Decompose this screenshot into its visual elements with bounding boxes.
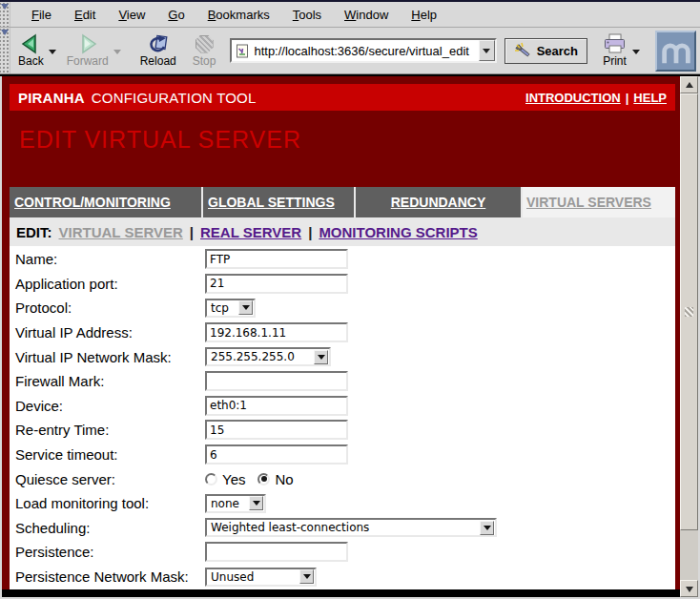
piranha-page: PIRANHA CONFIGURATION TOOL INTRODUCTION … <box>2 76 680 597</box>
form-row-virtual-ip-address: Virtual IP Address: <box>10 320 675 345</box>
menu-tools[interactable]: Tools <box>281 8 333 22</box>
menu-go[interactable]: Go <box>156 8 196 22</box>
select-value: Unused <box>207 570 299 584</box>
mozilla-logo[interactable] <box>655 31 696 72</box>
subnav-link-virtual-server: VIRTUAL SERVER <box>59 224 183 240</box>
field-label-virtual-ip-network-mask: Virtual IP Network Mask: <box>15 349 205 365</box>
name-input[interactable] <box>205 249 348 269</box>
search-button[interactable]: Search <box>504 38 587 64</box>
virtual-ip-network-mask-select[interactable]: 255.255.255.0 <box>205 347 331 366</box>
stop-button-label: Stop <box>193 54 216 68</box>
select-dropdown-arrow-icon[interactable] <box>249 496 263 510</box>
persistence-input[interactable] <box>205 542 348 562</box>
field-label-firewall-mark: Firewall Mark: <box>15 373 205 389</box>
menu-window[interactable]: Window <box>333 8 400 22</box>
form-row-virtual-ip-network-mask: Virtual IP Network Mask:255.255.255.0 <box>10 344 675 369</box>
load-monitoring-tool-select[interactable]: none <box>205 494 266 513</box>
tab-global-settings[interactable]: GLOBAL SETTINGS <box>201 187 354 217</box>
menu-help[interactable]: Help <box>400 8 448 22</box>
back-button-label: Back <box>18 54 44 68</box>
subnav-link-real-server[interactable]: REAL SERVER <box>200 224 301 240</box>
banner-link-separator: | <box>626 91 629 105</box>
tab-bar: CONTROL/MONITORINGGLOBAL SETTINGSREDUNDA… <box>10 187 675 217</box>
select-value: tcp <box>207 301 238 315</box>
toolbar-grippy-handle[interactable] <box>0 28 10 73</box>
field-label-scheduling: Scheduling: <box>15 520 205 536</box>
subnav-prefix: EDIT: <box>16 224 52 240</box>
forward-button[interactable]: Forward <box>62 30 113 72</box>
select-value: none <box>207 497 249 510</box>
menu-bar: FileEditViewGoBookmarksToolsWindowHelp <box>0 0 700 28</box>
stop-button[interactable]: Stop <box>188 30 221 72</box>
select-dropdown-arrow-icon[interactable] <box>238 300 253 315</box>
re-entry-time-input[interactable] <box>205 420 348 440</box>
subnav-bar: EDIT: VIRTUAL SERVER|REAL SERVER|MONITOR… <box>10 217 675 246</box>
tab-virtual-servers[interactable]: VIRTUAL SERVERS <box>521 187 675 217</box>
tab-control-monitoring[interactable]: CONTROL/MONITORING <box>10 187 201 217</box>
reload-button[interactable]: Reload <box>135 30 181 72</box>
tab-redundancy[interactable]: REDUNDANCY <box>354 187 521 217</box>
radio-label-yes: Yes <box>222 471 245 487</box>
search-button-label: Search <box>537 44 578 58</box>
scheduling-select[interactable]: Weighted least-connections <box>205 518 497 537</box>
url-page-icon <box>236 44 249 58</box>
menu-file[interactable]: File <box>20 8 63 22</box>
piranha-header-banner: PIRANHA CONFIGURATION TOOL INTRODUCTION … <box>10 84 675 111</box>
scroll-down-icon[interactable] <box>680 580 698 597</box>
field-label-load-monitoring-tool: Load monitoring tool: <box>15 495 205 511</box>
url-history-dropdown-icon[interactable] <box>479 40 495 61</box>
brand-title-rest: CONFIGURATION TOOL <box>92 90 257 106</box>
field-label-name: Name: <box>15 251 205 267</box>
bottom-divider-bar <box>2 589 680 597</box>
url-bar[interactable]: http://localhost:3636/secure/virtual_edi… <box>230 38 496 63</box>
menu-edit[interactable]: Edit <box>63 8 107 22</box>
scroll-up-icon[interactable] <box>680 76 698 93</box>
banner-links: INTRODUCTION | HELP <box>525 91 667 105</box>
menu-view[interactable]: View <box>107 8 156 22</box>
forward-button-label: Forward <box>67 54 109 68</box>
print-button[interactable]: Print <box>597 30 632 72</box>
persistence-network-mask-select[interactable]: Unused <box>205 568 317 587</box>
field-label-quiesce-server: Quiesce server: <box>15 471 205 487</box>
forward-arrow-icon <box>76 33 99 54</box>
protocol-select[interactable]: tcp <box>205 299 256 318</box>
menu-items: FileEditViewGoBookmarksToolsWindowHelp <box>10 8 448 22</box>
form-row-load-monitoring-tool: Load monitoring tool:none <box>10 491 675 516</box>
form-row-persistence-network-mask: Persistence Network Mask:Unused <box>10 565 675 589</box>
print-dropdown-arrow-icon[interactable] <box>632 50 640 54</box>
select-dropdown-arrow-icon[interactable] <box>299 569 314 584</box>
subnav-link-monitoring-scripts[interactable]: MONITORING SCRIPTS <box>319 224 477 240</box>
forward-dropdown-arrow-icon[interactable] <box>113 50 121 54</box>
form-row-scheduling: Scheduling:Weighted least-connections <box>10 516 675 541</box>
select-dropdown-arrow-icon[interactable] <box>480 521 494 535</box>
url-input[interactable]: http://localhost:3636/secure/virtual_edi… <box>254 44 478 58</box>
quiesce-server-radio-yes[interactable] <box>205 473 217 485</box>
scrollbar-thumb[interactable] <box>680 93 698 530</box>
select-dropdown-arrow-icon[interactable] <box>314 350 328 364</box>
device-input[interactable] <box>205 396 348 416</box>
introduction-link[interactable]: INTRODUCTION <box>525 91 621 105</box>
print-printer-icon <box>602 33 628 54</box>
menu-bookmarks[interactable]: Bookmarks <box>196 8 281 22</box>
back-dropdown-arrow-icon[interactable] <box>49 50 56 54</box>
firewall-mark-input[interactable] <box>205 371 348 391</box>
subnav-separator: | <box>308 224 312 240</box>
subnav-separator: | <box>190 224 194 240</box>
vertical-scrollbar[interactable] <box>680 76 698 597</box>
service-timeout-input[interactable] <box>205 444 348 465</box>
select-value: 255.255.255.0 <box>207 350 314 363</box>
virtual-ip-address-input[interactable] <box>205 322 348 342</box>
subnav-links: VIRTUAL SERVER|REAL SERVER|MONITORING SC… <box>59 224 478 240</box>
form-row-name: Name: <box>10 247 675 272</box>
form-row-persistence: Persistence: <box>10 540 675 565</box>
field-label-persistence-network-mask: Persistence Network Mask: <box>15 568 205 585</box>
stop-icon <box>196 33 214 54</box>
field-label-virtual-ip-address: Virtual IP Address: <box>15 324 205 341</box>
back-button[interactable]: Back <box>13 30 49 72</box>
menubar-grippy-handle[interactable] <box>0 2 10 27</box>
help-link[interactable]: HELP <box>633 91 667 105</box>
reload-button-label: Reload <box>140 54 176 68</box>
form-row-re-entry-time: Re-entry Time: <box>10 418 675 443</box>
application-port-input[interactable] <box>205 274 348 294</box>
quiesce-server-radio-no[interactable] <box>257 473 270 485</box>
